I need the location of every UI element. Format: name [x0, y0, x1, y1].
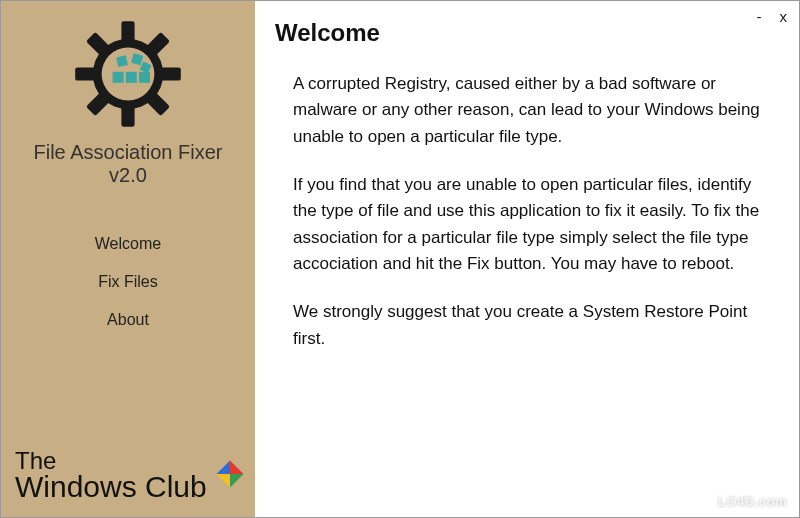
minimize-button[interactable]: - — [757, 9, 762, 24]
titlebar-controls: - x — [757, 9, 788, 24]
app-version: v2.0 — [109, 164, 147, 187]
svg-rect-11 — [126, 72, 137, 83]
windows-flag-icon — [213, 457, 247, 495]
close-button[interactable]: x — [780, 9, 788, 24]
sidebar: File Association Fixer v2.0 Welcome Fix … — [1, 1, 255, 517]
watermark: LO4D.com — [718, 494, 787, 509]
body-text: A corrupted Registry, caused either by a… — [275, 71, 773, 352]
sidebar-nav: Welcome Fix Files About — [95, 235, 161, 329]
svg-rect-4 — [161, 67, 181, 80]
svg-marker-19 — [216, 460, 230, 474]
svg-rect-10 — [113, 72, 124, 83]
brand-footer: The Windows Club — [15, 450, 247, 501]
nav-item-about[interactable]: About — [107, 311, 149, 329]
svg-marker-16 — [230, 460, 244, 474]
svg-rect-12 — [139, 72, 150, 83]
svg-rect-2 — [121, 107, 134, 127]
app-name: File Association Fixer — [34, 141, 223, 164]
paragraph-3: We strongly suggest that you create a Sy… — [293, 299, 763, 352]
app-window: File Association Fixer v2.0 Welcome Fix … — [0, 0, 800, 518]
brand-text: The Windows Club — [15, 450, 207, 501]
brand-line2: Windows Club — [15, 473, 207, 502]
svg-rect-13 — [116, 55, 128, 67]
app-gear-icon — [73, 19, 183, 133]
paragraph-2: If you find that you are unable to open … — [293, 172, 763, 277]
nav-item-fix-files[interactable]: Fix Files — [98, 273, 158, 291]
svg-rect-3 — [75, 67, 95, 80]
nav-item-welcome[interactable]: Welcome — [95, 235, 161, 253]
svg-marker-17 — [230, 474, 244, 488]
paragraph-1: A corrupted Registry, caused either by a… — [293, 71, 763, 150]
content-panel: - x Welcome A corrupted Registry, caused… — [255, 1, 799, 517]
svg-rect-1 — [121, 21, 134, 41]
page-heading: Welcome — [275, 19, 773, 47]
svg-marker-18 — [216, 474, 230, 488]
